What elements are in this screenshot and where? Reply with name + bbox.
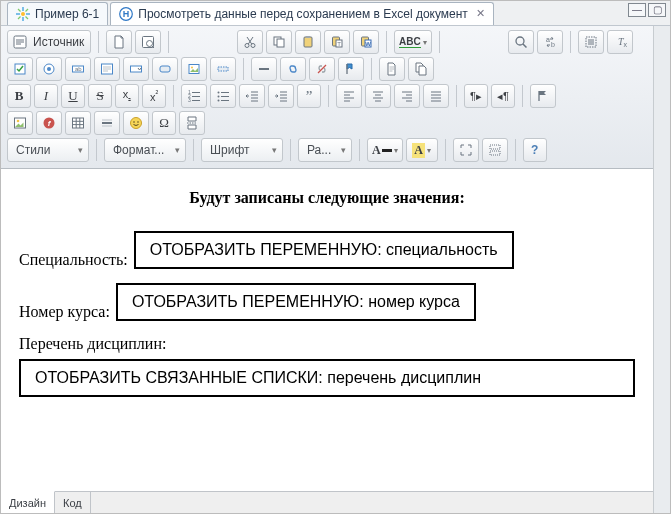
page-break-button[interactable]	[179, 111, 205, 135]
newpage-icon	[111, 34, 127, 50]
align-justify-button[interactable]	[423, 84, 449, 108]
new-doc-button[interactable]	[106, 30, 132, 54]
font-dropdown[interactable]: Шрифт▾	[201, 138, 283, 162]
form-checkbox-button[interactable]	[7, 57, 33, 81]
horizontal-rule-button[interactable]	[94, 111, 120, 135]
rtl-button[interactable]: ◂¶	[491, 84, 515, 108]
selectall-icon	[583, 34, 599, 50]
outdent-icon	[244, 88, 260, 104]
align-right-button[interactable]	[394, 84, 420, 108]
cut-button[interactable]	[237, 30, 263, 54]
indent-icon	[273, 88, 289, 104]
show-blocks-button[interactable]	[482, 138, 508, 162]
subscript-button[interactable]: x₂	[115, 84, 139, 108]
remove-format-button[interactable]: Tx	[607, 30, 633, 54]
image-button[interactable]	[7, 111, 33, 135]
svg-rect-41	[160, 66, 170, 72]
table-button[interactable]	[65, 111, 91, 135]
numbered-list-button[interactable]: 123	[181, 84, 207, 108]
bg-color-button[interactable]: A▾	[406, 138, 438, 162]
size-dropdown[interactable]: Ра...▾	[298, 138, 352, 162]
editor-canvas[interactable]: Будут записаны следующие значения: Специ…	[1, 169, 653, 491]
blockquote-button[interactable]: ”	[297, 84, 321, 108]
hr-minus-button[interactable]	[251, 57, 277, 81]
anchor-button[interactable]	[338, 57, 364, 81]
template-button[interactable]	[379, 57, 405, 81]
paste-text-button[interactable]: T	[324, 30, 350, 54]
replace-button[interactable]: ab	[537, 30, 563, 54]
preview-icon	[140, 34, 156, 50]
smiley-button[interactable]	[123, 111, 149, 135]
tab-example[interactable]: Пример 6-1	[7, 2, 108, 25]
minimize-button[interactable]: —	[628, 3, 646, 17]
maximize-editor-button[interactable]	[453, 138, 479, 162]
hr-icon	[99, 115, 115, 131]
svg-point-0	[21, 12, 25, 16]
form-textarea-button[interactable]	[94, 57, 120, 81]
text-color-button[interactable]: A▾	[367, 138, 403, 162]
align-center-button[interactable]	[365, 84, 391, 108]
superscript-button[interactable]: x²	[142, 84, 166, 108]
form-select-button[interactable]	[123, 57, 149, 81]
svg-point-36	[47, 67, 51, 71]
source-button[interactable]: Источник	[7, 30, 91, 54]
variable-box[interactable]: ОТОБРАЗИТЬ ПЕРЕМЕННУЮ: номер курса	[116, 283, 476, 321]
bulleted-list-button[interactable]	[210, 84, 236, 108]
outdent-button[interactable]	[239, 84, 265, 108]
flash-button[interactable]: f	[36, 111, 62, 135]
styles-dropdown[interactable]: Стили▾	[7, 138, 89, 162]
svg-line-6	[26, 16, 29, 19]
ltr-button[interactable]: ¶▸	[464, 84, 488, 108]
align-left-button[interactable]	[336, 84, 362, 108]
bullist-icon	[215, 88, 231, 104]
indent-button[interactable]	[268, 84, 294, 108]
strike-button[interactable]: S	[88, 84, 112, 108]
variable-box[interactable]: ОТОБРАЗИТЬ ПЕРЕМЕННУЮ: специальность	[134, 231, 514, 269]
numlist-icon: 123	[186, 88, 202, 104]
bold-button[interactable]: B	[7, 84, 31, 108]
field-label: Перечень дисциплин:	[19, 335, 635, 353]
svg-point-53	[218, 100, 220, 102]
preview-button[interactable]	[135, 30, 161, 54]
doc-row: Перечень дисциплин: ОТОБРАЗИТЬ СВЯЗАННЫЕ…	[19, 335, 635, 397]
code-tab[interactable]: Код	[55, 492, 91, 513]
paste-word-button[interactable]: W	[353, 30, 379, 54]
copy-button[interactable]	[266, 30, 292, 54]
underline-button[interactable]: U	[61, 84, 85, 108]
find-button[interactable]	[508, 30, 534, 54]
form-hidden-button[interactable]	[210, 57, 236, 81]
form-button-button[interactable]	[152, 57, 178, 81]
maximize-button[interactable]: ▢	[648, 3, 666, 17]
form-imagebutton-button[interactable]	[181, 57, 207, 81]
doc-row: Номер курса: ОТОБРАЗИТЬ ПЕРЕМЕННУЮ: номе…	[19, 283, 635, 321]
template-2-button[interactable]	[408, 57, 434, 81]
unlink-button[interactable]	[309, 57, 335, 81]
spellcheck-button[interactable]: ABC▾	[394, 30, 432, 54]
field-label: Номер курса:	[19, 303, 110, 321]
svg-line-8	[18, 16, 21, 19]
paste-word-icon: W	[358, 34, 374, 50]
link-button[interactable]	[280, 57, 306, 81]
special-char-button[interactable]: Ω	[152, 111, 176, 135]
help-button[interactable]: ?	[523, 138, 547, 162]
tab-preview-excel[interactable]: H Просмотреть данные перед сохранением в…	[110, 2, 494, 25]
button-icon	[157, 61, 173, 77]
close-icon[interactable]: ✕	[476, 7, 485, 20]
select-all-button[interactable]	[578, 30, 604, 54]
svg-rect-44	[218, 67, 228, 71]
search-icon	[513, 34, 529, 50]
svg-point-15	[245, 44, 249, 48]
flag-button[interactable]	[530, 84, 556, 108]
design-tab[interactable]: Дизайн	[1, 491, 55, 513]
paste-button[interactable]	[295, 30, 321, 54]
svg-line-7	[26, 9, 29, 12]
variable-box[interactable]: ОТОБРАЗИТЬ СВЯЗАННЫЕ СПИСКИ: перечень ди…	[19, 359, 635, 397]
editor-area: Источник T W ABC▾ ab Tx ab B I U S x₂ x²…	[1, 26, 670, 513]
italic-button[interactable]: I	[34, 84, 58, 108]
form-radio-button[interactable]	[36, 57, 62, 81]
form-textfield-button[interactable]: ab	[65, 57, 91, 81]
svg-text:a: a	[546, 36, 550, 43]
flag-icon	[535, 88, 551, 104]
vertical-scrollbar[interactable]	[653, 26, 670, 513]
format-dropdown[interactable]: Формат...▾	[104, 138, 186, 162]
